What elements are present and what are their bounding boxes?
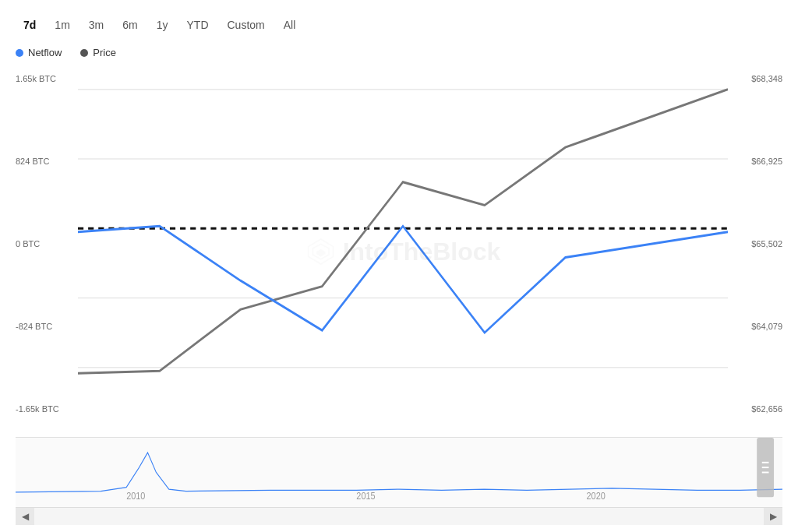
y-axis-left-label: 0 BTC <box>16 239 72 248</box>
y-axis-right-label: $66,925 <box>734 157 782 166</box>
time-btn-3m[interactable]: 3m <box>81 16 111 34</box>
time-btn-ytd[interactable]: YTD <box>179 16 217 34</box>
svg-text:2020: 2020 <box>587 490 606 502</box>
y-axis-left-label: -824 BTC <box>16 322 72 331</box>
time-range-bar: 7d1m3m6m1yYTDCustomAll <box>16 16 782 34</box>
time-btn-custom[interactable]: Custom <box>220 16 273 34</box>
legend-item-price: Price <box>80 47 116 58</box>
y-axis-left: 1.65k BTC824 BTC0 BTC-824 BTC-1.65k BTC <box>16 66 78 437</box>
scroll-right-button[interactable]: ▶ <box>764 508 782 525</box>
chart-legend: NetflowPrice <box>16 47 782 58</box>
time-btn-1m[interactable]: 1m <box>47 16 77 34</box>
legend-label-netflow: Netflow <box>28 47 62 58</box>
y-axis-right-label: $68,348 <box>734 74 782 83</box>
scroll-track[interactable] <box>34 508 764 525</box>
legend-item-netflow: Netflow <box>16 47 62 58</box>
chart-inner: IntoTheBlock 12. Oct13. Oct1 <box>78 66 728 437</box>
mini-chart-inner: 2010 2015 2020 <box>16 438 782 507</box>
time-btn-6m[interactable]: 6m <box>115 16 145 34</box>
y-axis-left-label: 824 BTC <box>16 157 72 166</box>
y-axis-right-label: $62,656 <box>734 404 782 414</box>
time-btn-all[interactable]: All <box>276 16 304 34</box>
legend-label-price: Price <box>93 47 116 58</box>
y-axis-right-label: $64,079 <box>734 322 782 331</box>
legend-dot-price <box>80 49 88 57</box>
y-axis-right-label: $65,502 <box>734 239 782 248</box>
legend-dot-netflow <box>16 49 23 57</box>
main-container: 7d1m3m6m1yYTDCustomAll NetflowPrice 1.65… <box>0 0 798 532</box>
svg-text:2010: 2010 <box>126 490 146 502</box>
svg-text:2015: 2015 <box>356 490 376 502</box>
y-axis-left-label: -1.65k BTC <box>16 404 72 414</box>
y-axis-right: $68,348$66,925$65,502$64,079$62,656 <box>728 66 782 437</box>
mini-chart-container: 2010 2015 2020 <box>16 437 782 507</box>
time-btn-1y[interactable]: 1y <box>149 16 176 34</box>
scroll-left-button[interactable]: ◀ <box>16 508 34 525</box>
scroll-nav: ◀ ▶ <box>16 507 782 524</box>
time-btn-7d[interactable]: 7d <box>16 16 44 34</box>
y-axis-left-label: 1.65k BTC <box>16 74 72 83</box>
main-chart-area: 1.65k BTC824 BTC0 BTC-824 BTC-1.65k BTC … <box>16 66 782 437</box>
